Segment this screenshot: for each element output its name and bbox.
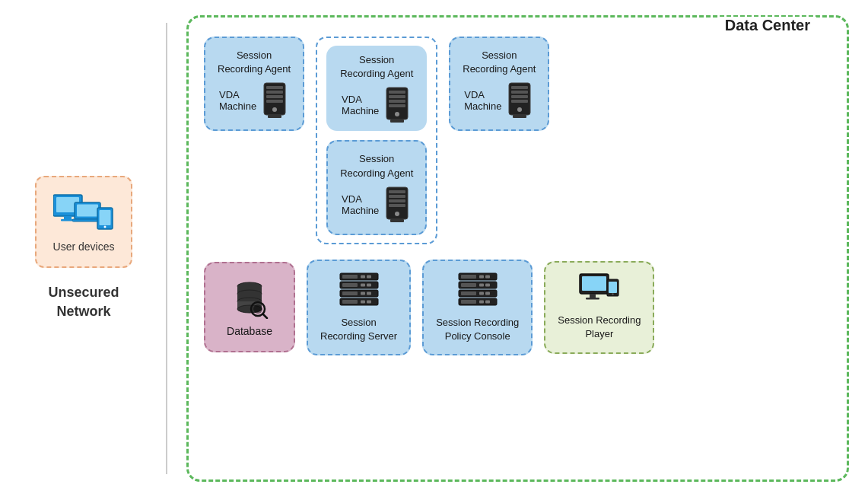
left-panel: User devices Unsecured Network — [0, 0, 167, 497]
vda-agent-text-4: SessionRecording Agent — [463, 49, 536, 76]
svg-line-47 — [262, 314, 267, 319]
player-icon — [578, 273, 620, 307]
svg-rect-51 — [367, 275, 371, 278]
vda-agent-text-2: SessionRecording Agent — [340, 53, 413, 81]
svg-rect-50 — [361, 275, 365, 278]
main-container: User devices Unsecured Network Data Cent… — [0, 0, 868, 497]
svg-point-86 — [612, 294, 614, 295]
user-devices-icon — [53, 191, 114, 233]
user-devices-label: User devices — [53, 241, 115, 253]
svg-rect-13 — [266, 95, 283, 98]
svg-point-22 — [395, 112, 399, 116]
vda-agent-box-1: SessionRecording Agent VDAMachine — [204, 37, 304, 131]
tower-icon-3 — [383, 186, 412, 223]
database-label: Database — [227, 325, 272, 337]
vda-machine-row-1: VDAMachine — [219, 82, 289, 119]
vda-machine-label-1: VDAMachine — [219, 89, 256, 112]
svg-rect-82 — [590, 294, 596, 298]
svg-rect-63 — [367, 300, 371, 303]
svg-rect-23 — [390, 119, 404, 123]
svg-point-29 — [395, 212, 399, 216]
user-devices-box: User devices — [35, 176, 133, 268]
svg-rect-32 — [511, 86, 528, 89]
svg-rect-66 — [479, 275, 484, 278]
vda-group-box-23: SessionRecording Agent VDAMachine — [316, 37, 437, 244]
svg-rect-83 — [586, 298, 599, 300]
session-recording-player-label: Session RecordingPlayer — [558, 314, 641, 341]
svg-point-15 — [272, 107, 277, 112]
policy-console-icon — [455, 272, 501, 310]
svg-rect-62 — [361, 300, 365, 303]
svg-rect-11 — [266, 86, 283, 89]
svg-rect-81 — [582, 276, 606, 291]
svg-rect-26 — [389, 195, 405, 198]
policy-console-box: Session RecordingPolicy Console — [422, 260, 533, 355]
vda-agent-box-2: SessionRecording Agent VDAMachine — [326, 46, 427, 131]
tower-icon-1 — [260, 82, 289, 119]
svg-rect-79 — [485, 300, 490, 303]
svg-rect-12 — [266, 91, 283, 94]
svg-rect-5 — [77, 204, 98, 216]
svg-rect-74 — [479, 292, 484, 295]
vda-agent-box-4: SessionRecording Agent VDAMachine — [449, 37, 549, 131]
svg-rect-20 — [389, 100, 405, 103]
bottom-row: Database — [204, 260, 831, 355]
vda-machine-row-2: VDAMachine — [342, 87, 412, 123]
svg-rect-25 — [389, 190, 405, 193]
svg-rect-71 — [485, 283, 490, 286]
vda-agent-box-3: SessionRecording Agent VDAMachine — [326, 140, 427, 234]
policy-console-label: Session RecordingPolicy Console — [436, 316, 519, 343]
unsecured-network-label: Unsecured Network — [48, 283, 119, 321]
svg-rect-75 — [485, 292, 490, 295]
svg-rect-49 — [342, 275, 358, 279]
svg-rect-37 — [513, 115, 526, 118]
svg-rect-30 — [390, 219, 404, 222]
vda-agent-text-1: SessionRecording Agent — [218, 49, 291, 76]
svg-rect-78 — [479, 300, 484, 303]
svg-rect-61 — [342, 300, 358, 304]
svg-rect-34 — [511, 95, 528, 98]
svg-rect-35 — [511, 100, 528, 103]
svg-rect-2 — [64, 216, 72, 219]
player-box: Session RecordingPlayer — [544, 261, 654, 353]
session-recording-server-label: SessionRecording Server — [320, 316, 397, 343]
vda-agent-text-3: SessionRecording Agent — [340, 152, 413, 180]
data-center-title: Data Center — [719, 17, 816, 34]
svg-rect-54 — [361, 283, 365, 286]
svg-rect-8 — [99, 210, 110, 225]
tower-icon-2 — [383, 87, 412, 123]
svg-rect-70 — [479, 283, 484, 286]
vda-machine-row-3: VDAMachine — [342, 186, 412, 223]
vda-machine-label-2: VDAMachine — [342, 94, 379, 116]
session-recording-server-box: SessionRecording Server — [307, 260, 411, 355]
svg-rect-19 — [389, 95, 405, 98]
svg-rect-73 — [461, 292, 476, 295]
svg-rect-53 — [342, 283, 358, 287]
svg-rect-59 — [367, 292, 371, 295]
svg-rect-67 — [485, 275, 490, 278]
svg-point-46 — [253, 304, 262, 314]
right-panel: Data Center SessionRecording Agent VDAMa… — [167, 0, 868, 497]
svg-rect-69 — [461, 283, 476, 287]
svg-rect-65 — [461, 275, 476, 279]
svg-rect-16 — [268, 115, 281, 118]
svg-rect-28 — [389, 204, 405, 207]
svg-point-36 — [517, 107, 522, 112]
svg-rect-33 — [511, 91, 528, 94]
vda-agents-row: SessionRecording Agent VDAMachine — [204, 37, 831, 244]
tower-icon-4 — [505, 82, 534, 119]
vda-machine-label-4: VDAMachine — [464, 89, 501, 112]
svg-rect-77 — [461, 300, 476, 304]
svg-rect-55 — [367, 283, 371, 286]
svg-rect-18 — [389, 91, 405, 94]
svg-rect-57 — [342, 292, 358, 295]
svg-rect-58 — [361, 292, 365, 295]
database-icon — [229, 277, 271, 319]
vda-machine-label-3: VDAMachine — [342, 193, 379, 216]
svg-rect-85 — [609, 282, 617, 293]
svg-point-9 — [103, 225, 106, 228]
database-box: Database — [204, 262, 295, 352]
vda-machine-row-4: VDAMachine — [464, 82, 534, 119]
svg-rect-14 — [266, 100, 283, 103]
svg-rect-27 — [389, 199, 405, 202]
